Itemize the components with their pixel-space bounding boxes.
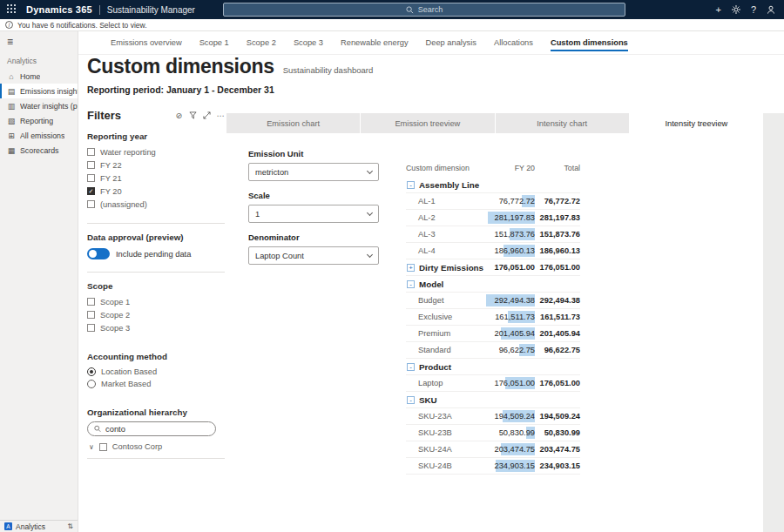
filter-funnel-icon[interactable] (189, 111, 197, 119)
filter-option-scope-2[interactable]: Scope 2 (87, 308, 225, 321)
tab-emission-chart[interactable]: Emission chart (226, 113, 360, 133)
scope-options: Scope 1Scope 2Scope 3 (87, 295, 225, 334)
matrix-row[interactable]: AL-176,772.7276,772.72 (406, 193, 580, 210)
sidebar-item-label: Reporting (20, 117, 53, 125)
fy20-value: 50,830.99 (499, 428, 535, 437)
nav-tab-custom-dimensions[interactable]: Custom dimensions (542, 31, 637, 54)
expand-icon[interactable] (203, 111, 211, 119)
control-emission-unit: Emission Unitmetricton (248, 149, 379, 181)
total-value: 161,511.73 (540, 313, 580, 321)
matrix-group-row[interactable]: -Assembly Line (406, 177, 580, 193)
radio-option-location-based[interactable]: Location Based (87, 366, 225, 378)
checkbox-box[interactable] (99, 443, 107, 451)
filter-option-fy-21[interactable]: FY 21 (87, 172, 225, 185)
nav-tab-deep-analysis[interactable]: Deep analysis (417, 31, 485, 54)
global-search-box[interactable]: Search (223, 3, 625, 17)
row-label: Laptop (406, 379, 443, 387)
add-icon[interactable]: + (715, 4, 720, 15)
row-label-cell: Laptop (406, 379, 486, 387)
filter-option-fy-20[interactable]: ✓FY 20 (87, 185, 225, 198)
sidebar: ≡ Analytics ⌂Home▤Emissions insights▥Wat… (0, 31, 78, 532)
matrix-row[interactable]: AL-2281,197.83281,197.83 (406, 210, 580, 226)
sidebar-footer[interactable]: A Analytics ⇅ (0, 520, 78, 532)
matrix-group-row[interactable]: -Model (406, 276, 580, 293)
brand-name[interactable]: Dynamics 365 (26, 4, 92, 15)
fy20-cell: 234,903.15 (486, 458, 535, 474)
tab-intensity-treeview[interactable]: Intensity treeview (630, 113, 763, 133)
nav-tab-renewable-energy[interactable]: Renewable energy (332, 31, 417, 54)
matrix-row[interactable]: Budget292,494.38292,494.38 (406, 293, 580, 309)
matrix-row[interactable]: AL-4186,960.13186,960.13 (406, 243, 580, 259)
sidebar-item-reporting[interactable]: ▧Reporting (0, 113, 78, 128)
matrix-row[interactable]: Premium201,405.94201,405.94 (406, 326, 580, 342)
nav-tab-scope-2[interactable]: Scope 2 (238, 31, 285, 54)
tab-emission-treeview[interactable]: Emission treeview (361, 113, 494, 133)
nav-tab-scope-3[interactable]: Scope 3 (285, 31, 332, 54)
control-dropdown[interactable]: metricton (248, 163, 379, 181)
sidebar-item-home[interactable]: ⌂Home (0, 69, 78, 84)
matrix-row[interactable]: Laptop176,051.00176,051.00 (406, 375, 580, 392)
filter-option-water-reporting[interactable]: Water reporting (87, 145, 225, 158)
hamburger-menu-icon[interactable]: ≡ (0, 31, 78, 51)
checkbox-box[interactable] (87, 298, 95, 306)
app-name[interactable]: Sustainability Manager (107, 5, 195, 15)
sidebar-item-all-emissions[interactable]: ⊞All emissions (0, 128, 78, 143)
chevron-down-icon[interactable]: ∨ (89, 443, 94, 451)
checkbox-box[interactable] (87, 148, 95, 156)
notification-bar[interactable]: i You have 6 notifications. Select to vi… (0, 19, 784, 31)
sidebar-item-scorecards[interactable]: ▦Scorecards (0, 143, 78, 158)
checkbox-box[interactable] (87, 311, 95, 319)
matrix-row[interactable]: Exclusive161,511.73161,511.73 (406, 309, 580, 326)
checkbox-label: Scope 2 (100, 311, 130, 320)
collapse-icon[interactable]: - (407, 396, 415, 404)
collapse-icon[interactable]: - (407, 181, 415, 189)
control-dropdown[interactable]: Laptop Count (248, 246, 379, 265)
matrix-row[interactable]: AL-3151,873.76151,873.76 (406, 226, 580, 243)
area-switcher-icon[interactable]: ⇅ (67, 522, 73, 530)
expand-icon[interactable]: + (407, 264, 415, 272)
page-title: Custom dimensions (87, 55, 274, 78)
radio-option-market-based[interactable]: Market Based (87, 378, 225, 390)
matrix-group-row[interactable]: -SKU (406, 392, 580, 408)
more-options-icon[interactable]: ⋯ (217, 111, 226, 120)
collapse-icon[interactable]: - (407, 280, 415, 288)
clear-filter-icon[interactable]: ⊘ (176, 111, 183, 120)
checkbox-box[interactable] (87, 161, 95, 169)
include-pending-toggle[interactable] (87, 248, 110, 259)
collapse-icon[interactable]: - (407, 363, 415, 371)
matrix-row[interactable]: SKU-24A203,474.75203,474.75 (406, 441, 580, 458)
app-launcher-icon[interactable] (7, 4, 17, 15)
matrix-row[interactable]: Standard96,622.7596,622.75 (406, 342, 580, 359)
filter-option-fy-22[interactable]: FY 22 (87, 158, 225, 172)
fy20-cell: 186,960.13 (486, 243, 535, 259)
nav-tab-scope-1[interactable]: Scope 1 (191, 31, 238, 54)
org-tree-item[interactable]: ∨ Contoso Corp (89, 442, 225, 451)
control-dropdown[interactable]: 1 (248, 205, 379, 223)
sidebar-item-emissions-insights[interactable]: ▤Emissions insights (0, 84, 78, 98)
sidebar-item-water-insights-previ[interactable]: ▥Water insights (previ... (0, 98, 78, 113)
org-search-input[interactable] (105, 425, 209, 434)
nav-tab-allocations[interactable]: Allocations (485, 31, 542, 54)
total-value: 96,622.75 (544, 346, 580, 354)
matrix-row[interactable]: SKU-23B50,830.9950,830.99 (406, 425, 580, 441)
radio-button[interactable] (87, 380, 96, 388)
account-person-icon[interactable] (767, 5, 775, 14)
checkbox-box[interactable]: ✓ (87, 187, 95, 195)
checkbox-box[interactable] (87, 324, 95, 332)
org-hierarchy-search[interactable] (87, 421, 216, 436)
matrix-row[interactable]: SKU-23A194,509.24194,509.24 (406, 408, 580, 425)
matrix-group-row[interactable]: -Product (406, 359, 580, 375)
checkbox-box[interactable] (87, 200, 95, 208)
filter-option-unassigned[interactable]: (unassigned) (87, 198, 225, 211)
radio-button[interactable] (87, 367, 96, 376)
checkbox-box[interactable] (87, 174, 95, 182)
filter-option-scope-3[interactable]: Scope 3 (87, 321, 225, 334)
nav-tab-emissions-overview[interactable]: Emissions overview (102, 31, 191, 54)
gear-icon[interactable] (732, 5, 740, 14)
matrix-group-row[interactable]: +Dirty Emissions176,051.00176,051.00 (406, 259, 580, 276)
matrix-row[interactable]: SKU-24B234,903.15234,903.15 (406, 458, 580, 475)
help-icon[interactable]: ? (751, 4, 756, 15)
row-label-cell: Budget (406, 296, 486, 305)
filter-option-scope-1[interactable]: Scope 1 (87, 295, 225, 308)
tab-intensity-chart[interactable]: Intensity chart (496, 113, 629, 133)
